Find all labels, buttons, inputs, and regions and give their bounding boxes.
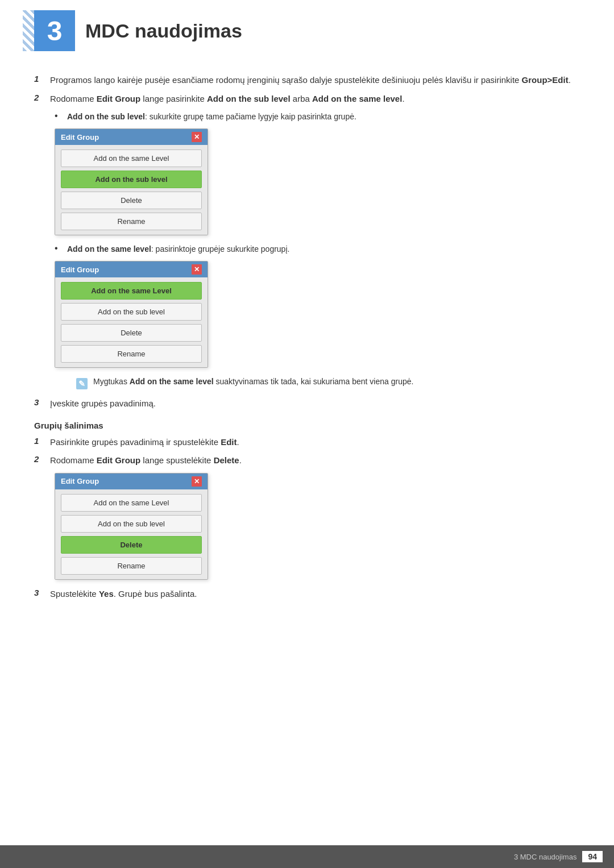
delete-step-1-number: 1 [34,436,45,446]
chapter-number-box: 3 [34,10,75,51]
bullet-text-1: Add on the sub level: sukurkite grupę ta… [67,111,356,123]
section-heading-delete: Grupių šalinimas [34,421,580,430]
note-text: Mygtukas Add on the same level suaktyvin… [93,376,413,388]
dialog-3-body: Add on the same Level Add on the sub lev… [55,489,208,579]
step-1: 1 Programos lango kairėje pusėje esančia… [34,74,580,87]
dialog-3-btn-rename[interactable]: Rename [61,557,202,575]
dialog-1-btn-same-level[interactable]: Add on the same Level [61,149,202,167]
delete-step-1-text: Pasirinkite grupės pavadinimą ir spustel… [50,436,580,449]
delete-step-2-number: 2 [34,454,45,464]
dialog-3-titlebar: Edit Group ✕ [55,474,208,489]
dialog-2-btn-sub-level[interactable]: Add on the sub level [61,303,202,321]
note-row: ✎ Mygtukas Add on the same level suaktyv… [75,376,580,391]
dialog-2-btn-rename[interactable]: Rename [61,345,202,363]
dialog-1-wrap: Edit Group ✕ Add on the same Level Add o… [55,128,580,235]
dialog-2-btn-delete[interactable]: Delete [61,324,202,342]
step-3-text: Įveskite grupės pavadinimą. [50,397,580,410]
dialog-2-body: Add on the same Level Add on the sub lev… [55,277,208,367]
delete-step-3: 3 Spustelėkite Yes. Grupė bus pašalinta. [34,588,580,601]
delete-step-1: 1 Pasirinkite grupės pavadinimą ir spust… [34,436,580,449]
dialog-2-close[interactable]: ✕ [192,264,202,275]
page-header: 3 MDC naudojimas [34,0,614,57]
dialog-3-wrap: Edit Group ✕ Add on the same Level Add o… [55,473,580,580]
bullet-item-1: • Add on the sub level: sukurkite grupę … [55,111,580,123]
dialog-2-wrap: Edit Group ✕ Add on the same Level Add o… [55,261,580,368]
delete-step-3-number: 3 [34,588,45,597]
dialog-3-btn-delete[interactable]: Delete [61,536,202,554]
dialog-1: Edit Group ✕ Add on the same Level Add o… [55,128,208,235]
step-2: 2 Rodomame Edit Group lange pasirinkite … [34,93,580,106]
delete-step-3-text: Spustelėkite Yes. Grupė bus pašalinta. [50,588,580,601]
dialog-1-btn-sub-level[interactable]: Add on the sub level [61,171,202,188]
dialog-1-titlebar: Edit Group ✕ [55,129,208,145]
dialog-3-btn-sub-level[interactable]: Add on the sub level [61,515,202,533]
bullet-section-1: • Add on the sub level: sukurkite grupę … [55,111,580,391]
delete-step-2: 2 Rodomame Edit Group lange spustelėkite… [34,454,580,467]
dialog-1-btn-rename[interactable]: Rename [61,213,202,230]
dialog-1-title: Edit Group [61,133,99,142]
step-2-number: 2 [34,93,45,102]
dialog-3: Edit Group ✕ Add on the same Level Add o… [55,473,208,580]
main-content: 1 Programos lango kairėje pusėje esančia… [34,74,580,600]
bullet-text-2: Add on the same level: pasirinktoje grup… [67,243,289,255]
footer-text: 3 MDC naudojimas [514,853,577,861]
step-3-number: 3 [34,397,45,407]
note-icon: ✎ [75,377,89,391]
dialog-3-title: Edit Group [61,477,99,485]
svg-text:✎: ✎ [78,379,85,388]
dialog-2: Edit Group ✕ Add on the same Level Add o… [55,261,208,368]
bullet-item-2: • Add on the same level: pasirinktoje gr… [55,243,580,255]
chapter-title: MDC naudojimas [85,20,242,42]
bullet-dot-2: • [55,243,64,254]
dialog-2-title: Edit Group [61,265,99,274]
dialog-2-titlebar: Edit Group ✕ [55,261,208,277]
step-1-number: 1 [34,74,45,84]
dialog-1-btn-delete[interactable]: Delete [61,192,202,209]
dialog-1-body: Add on the same Level Add on the sub lev… [55,145,208,235]
dialog-1-close[interactable]: ✕ [192,132,202,142]
step-1-text: Programos lango kairėje pusėje esančiame… [50,74,580,87]
step-2-text: Rodomame Edit Group lange pasirinkite Ad… [50,93,580,106]
page-footer: 3 MDC naudojimas 94 [0,845,614,868]
delete-step-2-text: Rodomame Edit Group lange spustelėkite D… [50,454,580,467]
bullet-dot-1: • [55,111,64,121]
chapter-number: 3 [47,15,63,47]
dialog-3-close[interactable]: ✕ [192,476,202,487]
dialog-2-btn-same-level[interactable]: Add on the same Level [61,282,202,300]
footer-page: 94 [582,851,603,862]
step-3: 3 Įveskite grupės pavadinimą. [34,397,580,410]
dialog-3-btn-same-level[interactable]: Add on the same Level [61,494,202,512]
